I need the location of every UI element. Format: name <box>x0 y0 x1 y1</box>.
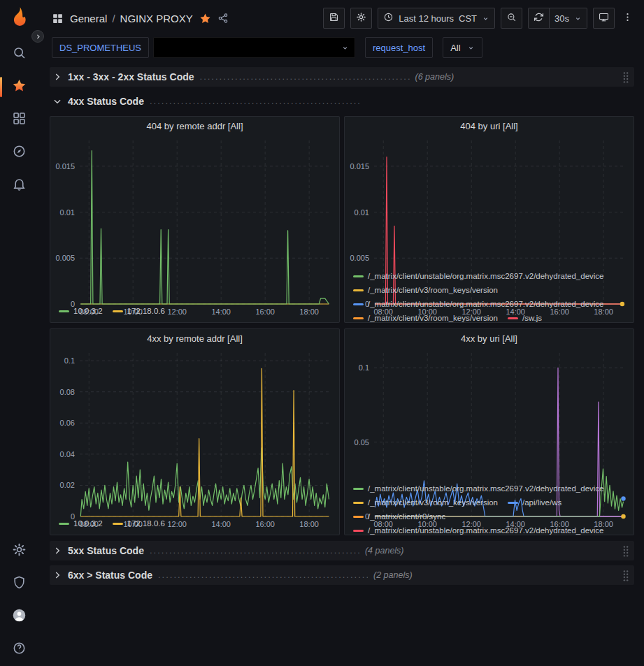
dashboard-canvas: 1xx - 3xx - 2xx Status Code ............… <box>38 61 644 666</box>
legend-label: /api/live/ws <box>522 498 561 507</box>
legend-swatch <box>353 502 364 504</box>
breadcrumb-separator: / <box>112 13 115 24</box>
row-panel-count: (6 panels) <box>415 72 455 82</box>
row-header-5xx[interactable]: 5xx Status Code ........................… <box>50 541 634 560</box>
svg-text:0.1: 0.1 <box>359 363 369 372</box>
datasource-label[interactable]: DS_PROMETHEUS <box>52 37 149 58</box>
request-host-label[interactable]: request_host <box>365 37 433 58</box>
chart-canvas[interactable]: 08:0010:0012:0014:0016:0018:0000.0050.01… <box>345 135 634 269</box>
sidebar-item-profile[interactable] <box>0 600 38 633</box>
legend-item[interactable]: 10.0.3.2 <box>59 516 103 530</box>
panel-title[interactable]: 404 by remote addr [All] <box>50 117 339 135</box>
tv-mode-button[interactable] <box>593 8 615 29</box>
legend-label: /_matrix/client/v3/room_keys/version <box>368 314 498 322</box>
chevron-down-icon <box>52 96 62 106</box>
legend-swatch <box>353 275 364 277</box>
legend-item[interactable]: /_matrix/client/unstable/org.matrix.msc2… <box>353 482 604 495</box>
row-header-1xx-3xx-2xx[interactable]: 1xx - 3xx - 2xx Status Code ............… <box>50 67 634 87</box>
sidebar-item-explore[interactable] <box>0 136 38 169</box>
zoom-out-button[interactable] <box>501 8 522 29</box>
legend-item[interactable]: /_matrix/client/v3/room_keys/version <box>353 283 498 297</box>
legend-item[interactable]: /_matrix/client/unstable/org.matrix.msc2… <box>353 269 604 283</box>
legend-item[interactable]: 172.18.0.6 <box>113 516 165 530</box>
chart-canvas[interactable]: 08:0010:0012:0014:0016:0018:0000.050.1 <box>345 347 634 482</box>
panel-title[interactable]: 4xx by remote addr [All] <box>50 329 339 347</box>
row-drag-handle[interactable] <box>622 569 630 582</box>
breadcrumb: General / NGINX PROXY <box>70 13 193 24</box>
row-leader-dots: ........................................… <box>150 92 359 111</box>
row-title: 5xx Status Code <box>68 545 144 556</box>
legend-label: /_matrix/client/v3/room_keys/version <box>368 286 498 294</box>
legend-item[interactable]: /_matrix/client/v3/room_keys/version <box>353 495 498 509</box>
legend-item[interactable]: /_matrix/client/unstable/org.matrix.msc2… <box>353 523 604 535</box>
panel-title[interactable]: 4xx by uri [All] <box>345 329 634 347</box>
row-drag-handle[interactable] <box>622 71 630 84</box>
chart-canvas[interactable]: 08:0010:0012:0014:0016:0018:0000.020.040… <box>50 347 339 516</box>
legend-item[interactable]: 172.18.0.6 <box>113 304 165 318</box>
main-area: General / NGINX PROXY <box>38 0 644 666</box>
sidebar-item-server-admin[interactable] <box>0 567 38 600</box>
svg-text:0.04: 0.04 <box>60 450 75 458</box>
dashboard-settings-button[interactable] <box>350 8 372 29</box>
favorite-star-icon[interactable] <box>199 13 211 24</box>
search-icon <box>12 45 27 63</box>
ellipsis-vertical-icon <box>622 12 633 24</box>
chart-canvas[interactable]: 08:0010:0012:0014:0016:0018:0000.0050.01… <box>50 135 339 304</box>
sidebar-item-search[interactable] <box>0 38 38 71</box>
sidebar-collapse-button[interactable] <box>31 30 44 43</box>
kebab-menu-button[interactable] <box>620 8 634 29</box>
legend-label: /_matrix/client/unstable/org.matrix.msc2… <box>368 300 604 308</box>
row-panel-count: (2 panels) <box>373 570 413 580</box>
legend-item[interactable]: /_matrix/client/v3/room_keys/version <box>353 311 498 322</box>
sidebar-item-dashboards[interactable] <box>0 103 38 136</box>
refresh-button[interactable] <box>528 8 550 29</box>
sidebar-item-starred[interactable] <box>0 71 38 103</box>
refresh-interval-dropdown[interactable]: 30s <box>550 8 587 29</box>
panel-title[interactable]: 404 by uri [All] <box>345 117 634 135</box>
datasource-picker[interactable] <box>153 37 355 58</box>
monitor-icon <box>599 12 609 24</box>
share-icon[interactable] <box>217 13 229 24</box>
chevron-down-icon <box>467 44 475 52</box>
timezone-label: CST <box>459 13 477 24</box>
legend-item[interactable]: /api/live/ws <box>508 495 561 509</box>
legend-swatch <box>508 317 518 319</box>
gear-icon <box>356 12 366 24</box>
sidebar-item-settings[interactable] <box>0 535 38 567</box>
sidebar-item-alerting[interactable] <box>0 169 38 202</box>
legend-label: /_matrix/client/unstable/org.matrix.msc2… <box>368 272 604 280</box>
svg-text:0.1: 0.1 <box>64 356 75 365</box>
legend: /_matrix/client/unstable/org.matrix.msc2… <box>345 482 634 535</box>
row-drag-handle[interactable] <box>622 544 630 558</box>
svg-text:0.015: 0.015 <box>55 162 75 171</box>
legend-swatch <box>353 488 364 490</box>
legend-label: 10.0.3.2 <box>73 519 103 528</box>
request-host-value-dropdown[interactable]: All <box>443 37 482 58</box>
sidebar-bottom <box>0 535 38 666</box>
legend-item[interactable]: /_matrix/client/unstable/org.matrix.msc2… <box>353 297 604 311</box>
apps-grid-icon <box>52 13 64 24</box>
grafana-logo[interactable] <box>7 6 31 29</box>
svg-text:0.02: 0.02 <box>60 481 75 489</box>
legend: 10.0.3.2172.18.0.6 <box>50 304 339 322</box>
refresh-interval-label: 30s <box>554 13 569 24</box>
breadcrumb-section[interactable]: General <box>70 13 107 24</box>
row-header-4xx[interactable]: 4xx Status Code ........................… <box>50 92 634 111</box>
row-panel-count: (4 panels) <box>365 546 404 556</box>
sidebar-item-help[interactable] <box>0 633 38 666</box>
user-avatar <box>12 608 27 625</box>
breadcrumb-title[interactable]: NGINX PROXY <box>120 13 193 24</box>
legend-item[interactable]: /_matrix/client/r0/sync <box>353 509 445 523</box>
legend-item[interactable]: /sw.js <box>508 311 542 322</box>
time-picker-button[interactable]: Last 12 hours CST <box>378 8 495 29</box>
panel-4xx-by-remote-addr: 4xx by remote addr [All] 08:0010:0012:00… <box>50 328 340 535</box>
chevron-down-icon <box>574 15 582 22</box>
legend-item[interactable]: 10.0.3.2 <box>59 304 103 318</box>
refresh-group: 30s <box>528 8 587 29</box>
legend-swatch <box>59 523 69 525</box>
row-header-6xx[interactable]: 6xx > Status Code ......................… <box>50 565 634 585</box>
legend-swatch <box>353 289 364 291</box>
zoom-out-icon <box>506 12 517 24</box>
save-dashboard-button[interactable] <box>323 8 345 29</box>
legend: 10.0.3.2172.18.0.6 <box>50 516 339 535</box>
